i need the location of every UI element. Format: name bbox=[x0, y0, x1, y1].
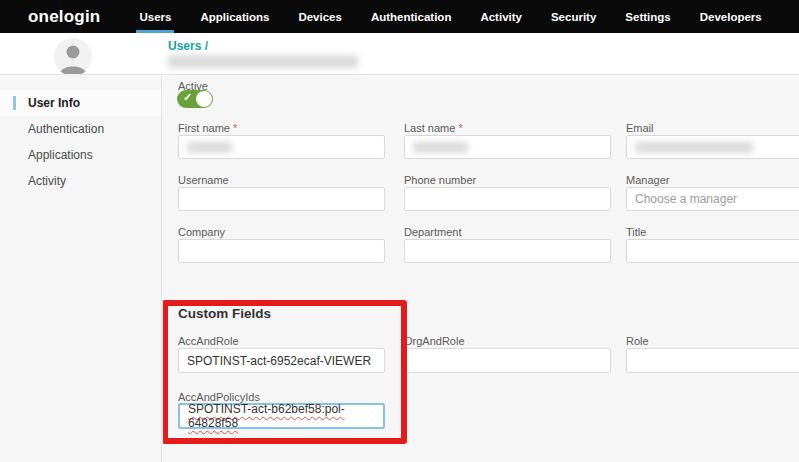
role-input[interactable] bbox=[626, 348, 799, 373]
sidebar-item-label: User Info bbox=[28, 96, 80, 110]
person-icon bbox=[54, 38, 92, 76]
redacted-email bbox=[635, 142, 753, 153]
active-toggle[interactable]: ✓ bbox=[177, 90, 213, 108]
nav-item-label: Activity bbox=[480, 11, 522, 23]
nav-item-label: Applications bbox=[200, 11, 269, 23]
user-info-form: Active ✓ First name* Last name* Email Us… bbox=[163, 76, 799, 462]
sidebar: User Info Authentication Applications Ac… bbox=[0, 76, 162, 462]
department-input[interactable] bbox=[404, 239, 611, 263]
sidebar-item-activity[interactable]: Activity bbox=[0, 168, 161, 194]
page-header: Users / bbox=[0, 33, 799, 75]
username-input[interactable] bbox=[178, 187, 385, 211]
required-asterisk: * bbox=[458, 122, 462, 134]
nav-item-devices[interactable]: Devices bbox=[295, 0, 344, 33]
nav-items: Users Applications Devices Authenticatio… bbox=[136, 0, 787, 33]
nav-item-label: Security bbox=[551, 11, 596, 23]
acc-and-policy-ids-input[interactable]: SPOTINST-act-b62bef58:pol-64828f58 bbox=[178, 403, 385, 429]
nav-item-label: Settings bbox=[625, 11, 670, 23]
first-name-input[interactable] bbox=[178, 135, 385, 159]
acc-and-role-value: SPOTINST-act-6952ecaf-VIEWER bbox=[187, 354, 371, 368]
sidebar-item-authentication[interactable]: Authentication bbox=[0, 116, 161, 142]
required-asterisk: * bbox=[233, 122, 237, 134]
acc-and-role-label: AccAndRole bbox=[178, 335, 239, 347]
nav-item-authentication[interactable]: Authentication bbox=[368, 0, 455, 33]
redacted-first-name bbox=[187, 142, 232, 153]
sidebar-item-label: Activity bbox=[28, 174, 66, 188]
org-and-role-label: OrgAndRole bbox=[404, 335, 465, 347]
breadcrumb[interactable]: Users / bbox=[168, 39, 208, 53]
sidebar-item-label: Authentication bbox=[28, 122, 104, 136]
nav-item-label: Authentication bbox=[371, 11, 452, 23]
active-tab-underline bbox=[136, 30, 174, 33]
sidebar-item-label: Applications bbox=[28, 148, 93, 162]
phone-number-input[interactable] bbox=[404, 187, 611, 211]
nav-item-activity[interactable]: Activity bbox=[477, 0, 525, 33]
org-and-role-input[interactable] bbox=[404, 348, 611, 373]
nav-item-security[interactable]: Security bbox=[548, 0, 599, 33]
active-item-bar bbox=[13, 96, 16, 110]
check-icon: ✓ bbox=[183, 91, 192, 104]
sidebar-item-user-info[interactable]: User Info bbox=[0, 90, 161, 116]
manager-label: Manager bbox=[626, 174, 669, 186]
redacted-user-name bbox=[168, 55, 358, 68]
nav-item-label: Devices bbox=[298, 11, 341, 23]
nav-item-applications[interactable]: Applications bbox=[197, 0, 272, 33]
top-nav-bar: onelogin Users Applications Devices Auth… bbox=[0, 0, 799, 33]
title-input[interactable] bbox=[626, 239, 799, 263]
manager-input[interactable] bbox=[626, 187, 799, 211]
title-label: Title bbox=[626, 226, 646, 238]
email-input[interactable] bbox=[626, 135, 799, 159]
onelogin-logo[interactable]: onelogin bbox=[28, 0, 100, 33]
nav-item-developers[interactable]: Developers bbox=[697, 0, 765, 33]
email-label: Email bbox=[626, 122, 654, 134]
company-input[interactable] bbox=[178, 239, 385, 263]
last-name-label: Last name* bbox=[404, 122, 463, 134]
toggle-knob bbox=[196, 91, 212, 107]
redacted-last-name bbox=[413, 142, 468, 153]
nav-item-label: Developers bbox=[700, 11, 762, 23]
last-name-input[interactable] bbox=[404, 135, 611, 159]
first-name-label: First name* bbox=[178, 122, 237, 134]
nav-item-settings[interactable]: Settings bbox=[622, 0, 673, 33]
user-avatar bbox=[54, 38, 92, 76]
role-label: Role bbox=[626, 335, 649, 347]
sidebar-item-applications[interactable]: Applications bbox=[0, 142, 161, 168]
nav-item-users[interactable]: Users bbox=[136, 0, 174, 33]
custom-fields-heading: Custom Fields bbox=[178, 306, 271, 321]
acc-and-policy-ids-value: SPOTINST-act-b62bef58:pol-64828f58 bbox=[188, 402, 375, 430]
acc-and-role-input[interactable]: SPOTINST-act-6952ecaf-VIEWER bbox=[178, 348, 385, 373]
company-label: Company bbox=[178, 226, 225, 238]
phone-number-label: Phone number bbox=[404, 174, 476, 186]
department-label: Department bbox=[404, 226, 461, 238]
username-label: Username bbox=[178, 174, 229, 186]
nav-item-label: Users bbox=[139, 11, 171, 23]
